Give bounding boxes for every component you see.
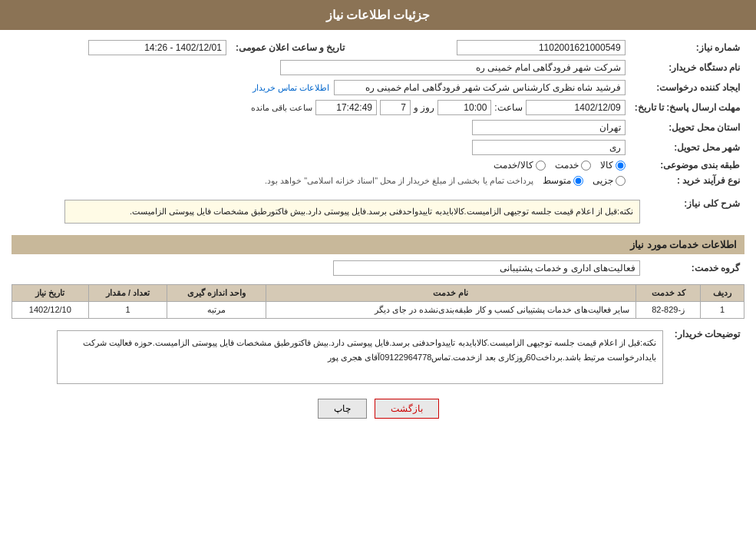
radio-jazee: جزیی xyxy=(593,175,626,186)
back-button[interactable]: بازگشت xyxy=(375,399,439,419)
cell-radif: 1 xyxy=(701,301,744,318)
radio-motovaset-input[interactable] xyxy=(573,176,583,186)
value-shahr: ری xyxy=(12,137,630,157)
value-buyer-notes: نکته:قبل از اعلام قیمت جلسه توجیهی الزام… xyxy=(12,325,668,389)
content-area: شماره نیاز: 1102001621000549 تاریخ و ساع… xyxy=(0,30,756,436)
row-mohlat: مهلت ارسال پاسخ: تا تاریخ: 1402/12/09 سا… xyxy=(12,98,744,118)
value-ejad-konande: فرشید شاه نظری کارشناس شرکت شهر فرودگاهی… xyxy=(12,78,630,98)
th-radif: ردیف xyxy=(701,284,744,301)
baghi-mande-label: ساعت باقی مانده xyxy=(251,103,312,113)
radio-jazee-label: جزیی xyxy=(593,175,613,186)
farayand-radio-group: جزیی متوسط پرداخت تمام یا بخشی از مبلغ خ… xyxy=(16,175,626,186)
value-nam-dastgah: شرکت شهر فرودگاهی امام خمینی ره xyxy=(12,58,630,78)
buyer-notes-table: توضیحات خریدار: نکته:قبل از اعلام قیمت ج… xyxy=(12,325,744,389)
mohlat-saat: 10:00 xyxy=(437,100,491,115)
value-gorohe-khadamat: فعالیت‌های اداری و خدمات پشتیبانی xyxy=(12,258,645,278)
radio-kala-khadamat: کالا/خدمت xyxy=(494,160,545,171)
row-sharh-niaz: شرح کلی نیاز: نکته:قبل از اعلام قیمت جلس… xyxy=(12,194,744,229)
radio-kala-khadamat-input[interactable] xyxy=(536,161,546,171)
cell-tedad: 1 xyxy=(88,301,167,318)
page-title: جزئیات اطلاعات نیاز xyxy=(326,8,431,22)
label-nam-dastgah: نام دستگاه خریدار: xyxy=(630,58,744,78)
value-mohlat: 1402/12/09 ساعت: 10:00 روز و 7 17:42:49 … xyxy=(12,98,630,118)
th-kod: کد خدمت xyxy=(636,284,700,301)
radio-kala-label: کالا xyxy=(600,160,613,171)
services-table: ردیف کد خدمت نام خدمت واحد اندازه گیری ت… xyxy=(12,284,744,319)
farayand-note: پرداخت تمام یا بخشی از مبلغ خریدار از مح… xyxy=(265,176,533,186)
label-gorohe-khadamat: گروه خدمت: xyxy=(645,258,744,278)
buyer-notes-value: نکته:قبل از اعلام قیمت جلسه توجیهی الزام… xyxy=(57,330,663,384)
row-noe-farayand: نوع فرآیند خرید : جزیی متوسط پرداخت تمام… xyxy=(12,173,744,188)
label-ostan: استان محل تحویل: xyxy=(630,118,744,137)
value-tarikh-aelan: 1402/12/01 - 14:26 xyxy=(12,38,231,58)
radio-kala: کالا xyxy=(600,160,626,171)
label-buyer-notes: توضیحات خریدار: xyxy=(668,325,744,389)
sharh-niaz-value: نکته:قبل از اعلام قیمت جلسه توجیهی الزام… xyxy=(64,200,640,224)
print-button[interactable]: چاپ xyxy=(318,399,367,419)
radio-motovaset: متوسط xyxy=(543,175,583,186)
label-sharh-niaz: شرح کلی نیاز: xyxy=(645,194,744,229)
baghi-mande-value: 17:42:49 xyxy=(315,100,377,115)
row-shomare: شماره نیاز: 1102001621000549 تاریخ و ساع… xyxy=(12,38,744,58)
button-bar: بازگشت چاپ xyxy=(12,399,744,419)
khadamat-section-title: اطلاعات خدمات مورد نیاز xyxy=(12,235,744,254)
row-shahr: شهر محل تحویل: ری xyxy=(12,137,744,157)
radio-jazee-input[interactable] xyxy=(616,176,626,186)
ejad-row-flex: فرشید شاه نظری کارشناس شرکت شهر فرودگاهی… xyxy=(16,80,626,95)
cell-nam: سایر فعالیت‌های خدمات پشتیبانی کسب و کار… xyxy=(266,301,636,318)
row-tabaqe: طبقه بندی موضوعی: کالا خدمت xyxy=(12,157,744,173)
label-noe-farayand: نوع فرآیند خرید : xyxy=(630,173,744,188)
page-container: جزئیات اطلاعات نیاز شماره نیاز: 11020016… xyxy=(0,0,756,540)
row-ejad-konande: ایجاد کننده درخواست: فرشید شاه نظری کارش… xyxy=(12,78,744,98)
services-header-row: ردیف کد خدمت نام خدمت واحد اندازه گیری ت… xyxy=(12,284,744,301)
label-shomare: شماره نیاز: xyxy=(630,38,744,58)
radio-kala-khadamat-label: کالا/خدمت xyxy=(494,160,533,171)
row-ostan: استان محل تحویل: تهران xyxy=(12,118,744,137)
rooz-label: روز و xyxy=(414,102,434,113)
value-shomare: 1102001621000549 xyxy=(365,38,629,58)
shomare-value: 1102001621000549 xyxy=(457,40,626,55)
value-ostan: تهران xyxy=(12,118,630,137)
th-nam: نام خدمت xyxy=(266,284,636,301)
sharh-niaz-table: شرح کلی نیاز: نکته:قبل از اعلام قیمت جلس… xyxy=(12,194,744,229)
services-table-head: ردیف کد خدمت نام خدمت واحد اندازه گیری ت… xyxy=(12,284,744,301)
mohlat-date-row: 1402/12/09 ساعت: 10:00 روز و 7 17:42:49 … xyxy=(16,100,626,115)
tarikh-aelan-value: 1402/12/01 - 14:26 xyxy=(88,40,226,55)
radio-khadamat-label: خدمت xyxy=(555,160,579,171)
row-buyer-notes: توضیحات خریدار: نکته:قبل از اعلام قیمت ج… xyxy=(12,325,744,389)
radio-khadamat-input[interactable] xyxy=(581,161,591,171)
tabaqe-radio-group: کالا خدمت کالا/خدمت xyxy=(16,160,626,171)
row-nam-dastgah: نام دستگاه خریدار: شرکت شهر فرودگاهی اما… xyxy=(12,58,744,78)
radio-khadamat: خدمت xyxy=(555,160,591,171)
services-table-body: 1 ز-829-82 سایر فعالیت‌های خدمات پشتیبان… xyxy=(12,301,744,318)
table-row: 1 ز-829-82 سایر فعالیت‌های خدمات پشتیبان… xyxy=(12,301,744,318)
mohlat-tarikh: 1402/12/09 xyxy=(526,100,626,115)
radio-kala-input[interactable] xyxy=(616,161,626,171)
ejad-konande-value: فرشید شاه نظری کارشناس شرکت شهر فرودگاهی… xyxy=(334,80,626,95)
cell-tarikh: 1402/12/10 xyxy=(12,301,89,318)
nam-dastgah-value: شرکت شهر فرودگاهی امام خمینی ره xyxy=(280,60,626,75)
shahr-value: ری xyxy=(472,140,626,155)
label-mohlat: مهلت ارسال پاسخ: تا تاریخ: xyxy=(630,98,744,118)
label-tabaqe: طبقه بندی موضوعی: xyxy=(630,157,744,173)
mohlat-rooz: 7 xyxy=(380,100,411,115)
value-tabaqe: کالا خدمت کالا/خدمت xyxy=(12,157,630,173)
row-gorohe-khadamat: گروه خدمت: فعالیت‌های اداری و خدمات پشتی… xyxy=(12,258,744,278)
info-table: شماره نیاز: 1102001621000549 تاریخ و ساع… xyxy=(12,38,744,188)
saat-label: ساعت: xyxy=(494,102,522,113)
cell-kod: ز-829-82 xyxy=(636,301,700,318)
label-tarikh-aelan: تاریخ و ساعت اعلان عمومی: xyxy=(231,38,349,58)
radio-motovaset-label: متوسط xyxy=(543,175,571,186)
label-ejad-konande: ایجاد کننده درخواست: xyxy=(630,78,744,98)
cell-vahed: مرتبه xyxy=(167,301,266,318)
label-shahr: شهر محل تحویل: xyxy=(630,137,744,157)
value-sharh-niaz: نکته:قبل از اعلام قیمت جلسه توجیهی الزام… xyxy=(12,194,645,229)
page-header: جزئیات اطلاعات نیاز xyxy=(0,0,756,30)
gorohe-khadamat-table: گروه خدمت: فعالیت‌های اداری و خدمات پشتی… xyxy=(12,258,744,278)
value-noe-farayand: جزیی متوسط پرداخت تمام یا بخشی از مبلغ خ… xyxy=(12,173,630,188)
ostan-value: تهران xyxy=(472,120,626,135)
gorohe-khadamat-value: فعالیت‌های اداری و خدمات پشتیبانی xyxy=(333,260,640,276)
th-tarikh: تاریخ نیاز xyxy=(12,284,89,301)
ejad-konande-link[interactable]: اطلاعات تماس خریدار xyxy=(253,83,329,93)
th-vahed: واحد اندازه گیری xyxy=(167,284,266,301)
